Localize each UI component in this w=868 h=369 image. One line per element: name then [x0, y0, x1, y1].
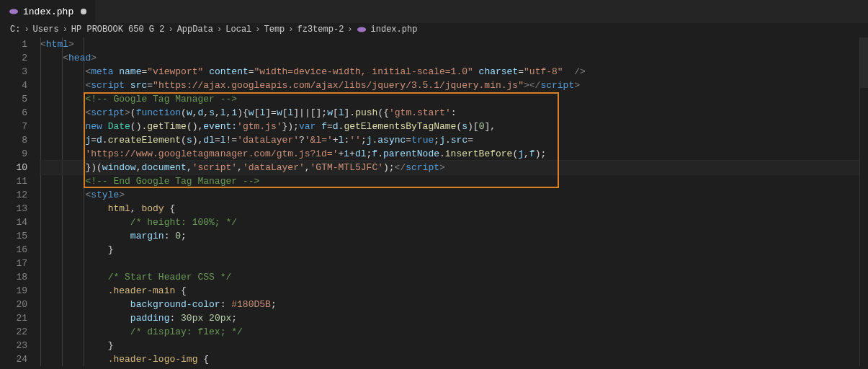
breadcrumb[interactable]: C:› Users› HP PROBOOK 650 G 2› AppData› …	[0, 23, 868, 37]
line-number: 20	[0, 298, 27, 311]
code-line[interactable]: <html>	[40, 37, 859, 51]
svg-point-1	[357, 27, 365, 32]
line-number: 9	[0, 147, 27, 161]
line-number: 12	[0, 188, 27, 202]
code-line[interactable]: /* height: 100%; */	[40, 215, 859, 229]
code-line[interactable]: margin: 0;	[40, 229, 859, 243]
chevron-right-icon: ›	[346, 25, 353, 35]
chevron-right-icon: ›	[167, 25, 174, 35]
code-line[interactable]: j=d.createElement(s),dl=l!='dataLayer'?'…	[40, 133, 859, 147]
code-line[interactable]: <head>	[40, 51, 859, 65]
modified-indicator	[81, 9, 86, 14]
code-line[interactable]: <meta name="viewport" content="width=dev…	[40, 65, 859, 79]
code-line[interactable]: .header-logo-img {	[40, 352, 859, 366]
line-number: 2	[0, 51, 27, 65]
tab-index-php[interactable]: index.php	[0, 0, 96, 23]
line-number: 24	[0, 352, 27, 366]
code-line[interactable]: /* Start Header CSS */	[40, 270, 859, 284]
line-number: 7	[0, 120, 27, 133]
svg-point-0	[9, 9, 18, 14]
chevron-right-icon: ›	[216, 25, 223, 35]
minimap-slider[interactable]	[860, 37, 868, 88]
line-number: 15	[0, 229, 27, 243]
code-area[interactable]: <html> <head> <meta name="viewport" cont…	[40, 37, 859, 366]
tab-bar: index.php	[0, 0, 868, 23]
line-number: 5	[0, 92, 27, 106]
crumb-4[interactable]: Local	[225, 25, 251, 35]
code-line[interactable]: 'https://www.googletagmanager.com/gtm.js…	[40, 147, 859, 161]
code-line[interactable]: <!-- Google Tag Manager -->	[40, 92, 859, 106]
crumb-3[interactable]: AppData	[177, 25, 213, 35]
line-number: 3	[0, 65, 27, 79]
line-number-gutter: 123456789101112131415161718192021222324	[0, 37, 40, 366]
line-number: 22	[0, 325, 27, 339]
code-line[interactable]: background-color: #180D5B;	[40, 298, 859, 311]
code-line[interactable]: }	[40, 339, 859, 352]
crumb-7[interactable]: index.php	[371, 25, 418, 35]
line-number: 18	[0, 270, 27, 284]
code-line[interactable]: .header-main {	[40, 284, 859, 298]
chevron-right-icon: ›	[23, 25, 30, 35]
code-line-active[interactable]: })(window,document,'script','dataLayer',…	[40, 161, 859, 174]
php-file-icon	[9, 6, 19, 17]
line-number: 21	[0, 311, 27, 325]
tab-filename: index.php	[23, 6, 73, 17]
line-number: 1	[0, 37, 27, 51]
php-file-icon	[357, 25, 367, 35]
code-editor[interactable]: 123456789101112131415161718192021222324 …	[0, 37, 868, 366]
crumb-1[interactable]: Users	[33, 25, 59, 35]
code-line[interactable]: new Date().getTime(),event:'gtm.js'});va…	[40, 120, 859, 133]
chevron-right-icon: ›	[254, 25, 261, 35]
line-number: 4	[0, 79, 27, 92]
code-line[interactable]	[40, 257, 859, 270]
line-number: 8	[0, 133, 27, 147]
line-number: 23	[0, 339, 27, 352]
crumb-5[interactable]: Temp	[264, 25, 285, 35]
code-line[interactable]: <!-- End Google Tag Manager -->	[40, 174, 859, 188]
line-number: 11	[0, 174, 27, 188]
line-number: 14	[0, 215, 27, 229]
line-number: 6	[0, 106, 27, 120]
code-line[interactable]: <script src="https://ajax.googleapis.com…	[40, 79, 859, 92]
chevron-right-icon: ›	[62, 25, 68, 35]
line-number: 10	[0, 161, 27, 174]
code-line[interactable]: padding: 30px 20px;	[40, 311, 859, 325]
line-number: 19	[0, 284, 27, 298]
crumb-0[interactable]: C:	[10, 25, 20, 35]
chevron-right-icon: ›	[287, 25, 294, 35]
code-line[interactable]: <style>	[40, 188, 859, 202]
code-line[interactable]: /* display: flex; */	[40, 325, 859, 339]
minimap[interactable]	[859, 37, 868, 366]
code-line[interactable]: }	[40, 243, 859, 257]
crumb-6[interactable]: fz3temp-2	[297, 25, 344, 35]
crumb-2[interactable]: HP PROBOOK 650 G 2	[71, 25, 165, 35]
code-line[interactable]: html, body {	[40, 202, 859, 215]
code-line[interactable]: <script>(function(w,d,s,l,i){w[l]=w[l]||…	[40, 106, 859, 120]
line-number: 17	[0, 257, 27, 270]
line-number: 16	[0, 243, 27, 257]
line-number: 13	[0, 202, 27, 215]
